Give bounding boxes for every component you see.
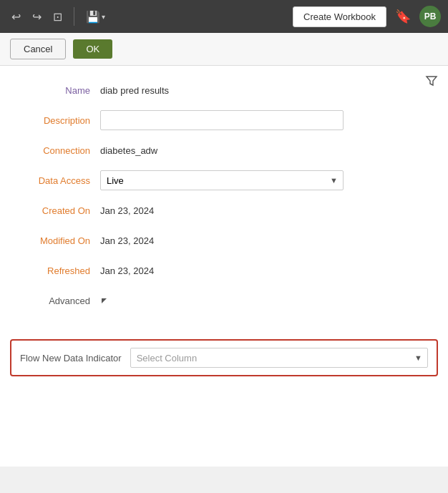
undo-icon: ↩ — [11, 10, 21, 24]
refreshed-value: Jan 23, 2024 — [100, 265, 154, 276]
modified-on-value: Jan 23, 2024 — [100, 235, 154, 246]
present-icon: ⊡ — [53, 10, 62, 24]
flow-new-data-indicator-section: Flow New Data Indicator Select Column ▼ — [10, 339, 438, 376]
advanced-row: Advanced — [14, 291, 434, 311]
ok-button[interactable]: OK — [73, 39, 112, 59]
advanced-toggle[interactable] — [100, 298, 107, 303]
flow-select-column[interactable]: Select Column — [130, 348, 428, 368]
action-bar: Cancel OK — [0, 33, 448, 66]
created-on-value: Jan 23, 2024 — [100, 205, 154, 216]
modified-on-row: Modified On Jan 23, 2024 — [14, 230, 434, 250]
data-access-row: Data Access Live Extract ▼ — [14, 170, 434, 190]
bookmark-icon: 🔖 — [395, 9, 411, 24]
toolbar-divider — [74, 7, 74, 26]
data-access-select-wrapper: Live Extract ▼ — [100, 170, 344, 190]
toolbar-left-icons: ↩ ↪ ⊡ — [7, 7, 67, 26]
advanced-label: Advanced — [14, 296, 100, 306]
name-row: Name diab pred results — [14, 80, 434, 100]
flow-select-wrapper: Select Column ▼ — [130, 348, 428, 368]
refreshed-row: Refreshed Jan 23, 2024 — [14, 260, 434, 280]
refreshed-label: Refreshed — [14, 265, 100, 276]
undo-button[interactable]: ↩ — [7, 7, 25, 26]
create-workbook-button[interactable]: Create Workbook — [293, 6, 386, 27]
name-label: Name — [14, 85, 100, 96]
bookmark-button[interactable]: 🔖 — [391, 6, 415, 27]
connection-value: diabetes_adw — [100, 145, 157, 156]
redo-button[interactable]: ↪ — [28, 7, 46, 26]
name-value: diab pred results — [100, 85, 169, 96]
description-label: Description — [14, 115, 100, 126]
filter-icon-area — [425, 74, 438, 90]
created-on-row: Created On Jan 23, 2024 — [14, 200, 434, 220]
save-button[interactable]: 💾 ▾ — [82, 7, 109, 26]
filter-icon[interactable] — [425, 77, 438, 89]
avatar[interactable]: PB — [419, 6, 441, 27]
present-button[interactable]: ⊡ — [49, 7, 67, 26]
redo-icon: ↪ — [32, 10, 42, 24]
modified-on-label: Modified On — [14, 235, 100, 246]
svg-marker-0 — [427, 77, 437, 85]
flow-row: Flow New Data Indicator Select Column ▼ — [20, 348, 428, 368]
data-access-select[interactable]: Live Extract — [100, 170, 344, 190]
created-on-label: Created On — [14, 205, 100, 216]
advanced-triangle-icon — [102, 298, 107, 303]
save-icon: 💾 — [86, 10, 100, 24]
connection-label: Connection — [14, 145, 100, 156]
cancel-button[interactable]: Cancel — [10, 39, 66, 59]
description-input[interactable] — [100, 110, 344, 130]
description-row: Description — [14, 110, 434, 130]
save-dropdown-arrow: ▾ — [102, 13, 105, 21]
data-access-label: Data Access — [14, 175, 100, 186]
flow-new-data-indicator-label: Flow New Data Indicator — [20, 353, 122, 363]
connection-row: Connection diabetes_adw — [14, 140, 434, 160]
toolbar: ↩ ↪ ⊡ 💾 ▾ Create Workbook 🔖 PB — [0, 0, 448, 33]
main-content: Name diab pred results Description Conne… — [0, 66, 448, 467]
form-area: Name diab pred results Description Conne… — [0, 73, 448, 328]
